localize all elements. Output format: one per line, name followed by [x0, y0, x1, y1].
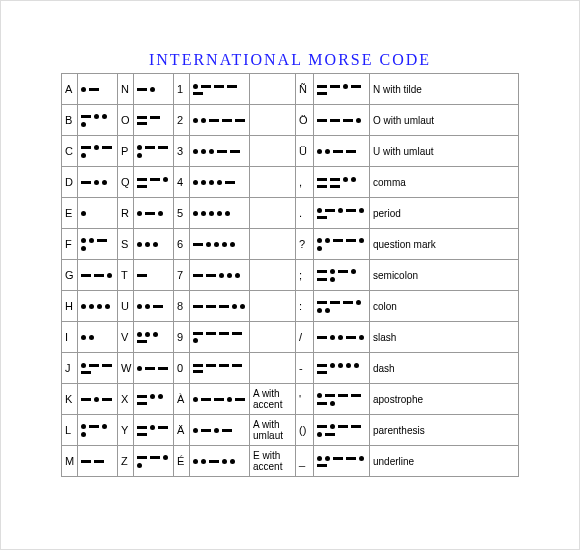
morse-cell	[78, 260, 118, 291]
char-cell: '	[296, 384, 314, 415]
char-cell: 0	[174, 353, 190, 384]
desc-cell	[250, 136, 296, 167]
desc-cell	[250, 291, 296, 322]
morse-cell	[78, 198, 118, 229]
char-cell: D	[62, 167, 78, 198]
morse-cell	[314, 105, 370, 136]
char-cell: E	[62, 198, 78, 229]
char-cell: ,	[296, 167, 314, 198]
morse-cell	[190, 74, 250, 105]
char-cell: 7	[174, 260, 190, 291]
desc-cell	[250, 229, 296, 260]
char-cell: L	[62, 415, 78, 446]
table-row: BO2ÖO with umlaut	[62, 105, 519, 136]
desc-cell: comma	[370, 167, 519, 198]
char-cell: K	[62, 384, 78, 415]
char-cell: 6	[174, 229, 190, 260]
morse-cell	[190, 415, 250, 446]
char-cell: 2	[174, 105, 190, 136]
char-cell: 8	[174, 291, 190, 322]
table-row: LYÄA with umlaut()parenthesis	[62, 415, 519, 446]
char-cell: 5	[174, 198, 190, 229]
morse-cell	[78, 415, 118, 446]
desc-cell	[250, 167, 296, 198]
morse-cell	[314, 322, 370, 353]
table-row: FS6?question mark	[62, 229, 519, 260]
morse-cell	[78, 384, 118, 415]
table-row: KXÀA with accent'apostrophe	[62, 384, 519, 415]
morse-cell	[134, 136, 174, 167]
morse-cell	[134, 415, 174, 446]
desc-cell	[250, 353, 296, 384]
char-cell: T	[118, 260, 134, 291]
morse-cell	[78, 105, 118, 136]
morse-cell	[314, 353, 370, 384]
morse-cell	[78, 291, 118, 322]
char-cell: Z	[118, 446, 134, 477]
desc-cell	[250, 105, 296, 136]
char-cell: Q	[118, 167, 134, 198]
morse-cell	[190, 136, 250, 167]
desc-cell: A with umlaut	[250, 415, 296, 446]
morse-cell	[78, 446, 118, 477]
page-title: INTERNATIONAL MORSE CODE	[61, 51, 519, 69]
char-cell: Ü	[296, 136, 314, 167]
morse-cell	[190, 446, 250, 477]
desc-cell: question mark	[370, 229, 519, 260]
char-cell: .	[296, 198, 314, 229]
char-cell: Ñ	[296, 74, 314, 105]
desc-cell: N with tilde	[370, 74, 519, 105]
morse-cell	[134, 260, 174, 291]
morse-cell	[314, 229, 370, 260]
char-cell: Y	[118, 415, 134, 446]
char-cell: A	[62, 74, 78, 105]
char-cell: U	[118, 291, 134, 322]
char-cell: S	[118, 229, 134, 260]
char-cell: P	[118, 136, 134, 167]
morse-cell	[314, 136, 370, 167]
char-cell: V	[118, 322, 134, 353]
desc-cell: semicolon	[370, 260, 519, 291]
morse-cell	[134, 105, 174, 136]
table-row: DQ4,comma	[62, 167, 519, 198]
morse-cell	[314, 415, 370, 446]
desc-cell	[250, 260, 296, 291]
morse-cell	[78, 229, 118, 260]
char-cell: É	[174, 446, 190, 477]
morse-cell	[190, 198, 250, 229]
table-row: HU8:colon	[62, 291, 519, 322]
table-row: ER5.period	[62, 198, 519, 229]
page: INTERNATIONAL MORSE CODE AN1ÑN with tild…	[0, 0, 580, 550]
desc-cell: apostrophe	[370, 384, 519, 415]
desc-cell: U with umlaut	[370, 136, 519, 167]
char-cell: I	[62, 322, 78, 353]
char-cell: 9	[174, 322, 190, 353]
morse-cell	[78, 353, 118, 384]
morse-cell	[314, 167, 370, 198]
morse-cell	[314, 446, 370, 477]
table-row: AN1ÑN with tilde	[62, 74, 519, 105]
table-row: CP3ÜU with umlaut	[62, 136, 519, 167]
char-cell: Ö	[296, 105, 314, 136]
desc-cell: A with accent	[250, 384, 296, 415]
char-cell: _	[296, 446, 314, 477]
char-cell: G	[62, 260, 78, 291]
morse-cell	[190, 167, 250, 198]
morse-cell	[190, 260, 250, 291]
char-cell: ()	[296, 415, 314, 446]
morse-cell	[134, 384, 174, 415]
char-cell: 4	[174, 167, 190, 198]
morse-cell	[134, 322, 174, 353]
morse-cell	[78, 167, 118, 198]
morse-cell	[190, 291, 250, 322]
char-cell: N	[118, 74, 134, 105]
table-row: MZÉE with accent_underline	[62, 446, 519, 477]
morse-table: AN1ÑN with tildeBO2ÖO with umlautCP3ÜU w…	[61, 73, 519, 477]
morse-cell	[314, 198, 370, 229]
morse-cell	[134, 74, 174, 105]
morse-cell	[314, 74, 370, 105]
desc-cell	[250, 198, 296, 229]
char-cell: -	[296, 353, 314, 384]
morse-cell	[190, 353, 250, 384]
morse-cell	[134, 229, 174, 260]
